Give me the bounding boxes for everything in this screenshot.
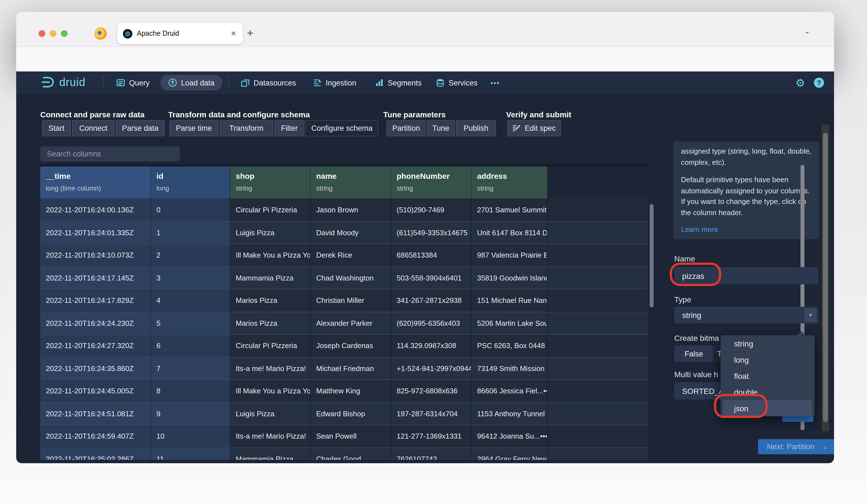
step-group-title: Connect and parse raw data	[40, 110, 144, 119]
next-partition-button[interactable]: Next: Partition →	[758, 439, 834, 454]
cell: 3	[151, 267, 230, 289]
step-button-parse-data[interactable]: Parse data	[116, 120, 165, 136]
column-header-shop[interactable]: shopstring	[230, 167, 311, 199]
cell: 2022-11-20T16:24:35.860Z	[40, 357, 151, 379]
cell: (611)549-3353x14675	[391, 222, 471, 244]
table-row: 2022-11-20T16:24:24.230Z5Marios PizzaAle…	[40, 311, 648, 334]
cell: Circular Pi Pizzeria	[230, 335, 311, 357]
type-select[interactable]: string ▼	[674, 307, 818, 323]
cell: 35819 Goodwin Islands	[471, 267, 547, 289]
cell: 8	[151, 380, 230, 402]
cell: 2022-11-20T16:24:01.335Z	[40, 222, 151, 244]
table-row: 2022-11-20T16:24:01.335Z1Luigis PizzaDav…	[40, 221, 648, 244]
cell: Circular Pi Pizzeria	[230, 199, 311, 221]
tab-title: Apache Druid	[137, 30, 229, 37]
cell: 2022-11-20T16:24:17.145Z	[40, 267, 151, 289]
nav-item-query[interactable]: Query	[116, 72, 150, 94]
cell: 114.329.0987x308	[391, 335, 471, 357]
search-input[interactable]	[40, 147, 180, 161]
dropdown-option-float[interactable]: float	[721, 368, 814, 384]
column-header-phoneNumber[interactable]: phoneNumberstring	[391, 167, 471, 199]
cell: +1-524-941-2997x0944	[391, 357, 471, 379]
step-button-transform[interactable]: Transform	[220, 120, 273, 136]
cell: Alexander Parker	[311, 312, 391, 334]
druid-logo[interactable]: druid	[41, 75, 85, 89]
info-text: If you want to change the type, click on	[681, 196, 811, 207]
dropdown-option-long[interactable]: long	[721, 352, 814, 368]
tab-close-icon[interactable]: ✕	[229, 30, 237, 37]
cell-empty	[547, 312, 648, 334]
cell-empty	[547, 448, 648, 460]
traffic-light-close[interactable]	[39, 30, 45, 37]
gear-icon[interactable]: ⚙	[795, 72, 805, 94]
cell: Christian Miller	[311, 289, 391, 311]
cell: 2701 Samuel Summit Su	[471, 199, 547, 221]
cell-empty	[547, 403, 648, 425]
nav-item-services[interactable]: Services	[436, 72, 478, 94]
multi-value-select[interactable]: SORTED_A	[674, 382, 721, 399]
table-row-partial: 2022-11-20T16:25:02.286Z11Mammamia Pizza…	[40, 447, 648, 460]
window-scrollbar[interactable]	[822, 125, 829, 431]
table-scrollbar[interactable]	[650, 204, 654, 307]
table-row: 2022-11-20T16:24:17.145Z3Mammamia PizzaC…	[40, 266, 648, 289]
step-button-configure-schema[interactable]: Configure schema	[306, 120, 378, 136]
chevron-down-icon[interactable]: ⌄	[804, 26, 810, 35]
column-header-name[interactable]: namestring	[311, 167, 391, 199]
chevron-down-icon[interactable]: ▼	[804, 309, 817, 322]
cell: 6865813384	[391, 244, 471, 266]
cell: PSC 6263, Box 0448 APO	[471, 335, 547, 357]
column-header-time[interactable]: __timelong (time column)	[40, 167, 151, 199]
info-card: assigned type (string, long, float, doub…	[673, 141, 819, 239]
cell: Mammamia Pizza	[230, 267, 311, 289]
column-header-address[interactable]: addressstring	[471, 167, 547, 199]
nav-item-ingestion[interactable]: Ingestion	[313, 72, 356, 94]
step-button-parse-time[interactable]: Parse time	[169, 120, 218, 136]
cell: Marios Pizza	[230, 312, 311, 334]
cell: (510)290-7469	[391, 199, 471, 221]
step-button-tune[interactable]: Tune	[427, 120, 455, 136]
cell: 7	[151, 357, 230, 379]
annotation-circle-json-option	[714, 394, 768, 418]
cell: 10	[151, 425, 230, 447]
new-tab-button[interactable]: +	[247, 27, 253, 40]
apply-button-partial[interactable]	[782, 416, 813, 422]
browser-tab[interactable]: Apache Druid ✕	[117, 23, 243, 44]
cell: 2022-11-20T16:24:59.407Z	[40, 425, 151, 447]
step-button-filter[interactable]: Filter	[274, 120, 304, 136]
bitmap-false-button[interactable]: False	[674, 345, 713, 362]
nav-item-load-data[interactable]: Load data	[160, 75, 222, 90]
cell: 2022-11-20T16:25:02.286Z	[40, 448, 151, 460]
cell: 1	[151, 222, 230, 244]
cell: 2022-11-20T16:24:10.073Z	[40, 244, 151, 266]
step-button-publish[interactable]: Publish	[456, 120, 496, 136]
cell: Ill Make You a Pizza You	[230, 244, 311, 266]
step-button-start[interactable]: Start	[42, 120, 71, 136]
step-button-partition[interactable]: Partition	[387, 120, 426, 136]
cell: 151 Michael Rue Nancy	[471, 289, 547, 311]
table-row: 2022-11-20T16:24:10.073Z2Ill Make You a …	[40, 244, 648, 266]
cell: 2022-11-20T16:24:51.081Z	[40, 403, 151, 425]
tab-bar: Apache Druid ✕ + ⌄	[16, 12, 834, 46]
cell: 121-277-1369x1331	[391, 425, 471, 447]
query-icon	[116, 78, 125, 87]
table-row: 2022-11-20T16:24:35.860Z7Its-a me! Mario…	[40, 357, 648, 379]
info-text: assigned type (string, long, float, doub…	[681, 146, 811, 157]
step-button-edit-spec[interactable]: Edit spec	[507, 120, 561, 136]
help-icon[interactable]: ?	[814, 78, 824, 88]
window-scrollbar-thumb[interactable]	[823, 133, 828, 422]
cell: Michael Friedman	[311, 357, 391, 379]
traffic-light-minimize[interactable]	[50, 30, 56, 37]
nav-divider	[228, 77, 229, 89]
traffic-light-zoom[interactable]	[61, 30, 67, 37]
nav-item-datasources[interactable]: Datasources	[241, 72, 296, 94]
step-button-connect[interactable]: Connect	[72, 120, 115, 136]
cell: Chad Washington	[311, 267, 391, 289]
cell: 503-558-3904x6401	[391, 267, 471, 289]
cell: Unit 6147 Box 8114 DPO	[471, 222, 547, 244]
step-group-title: Transform data and configure schema	[168, 110, 310, 119]
nav-more-icon[interactable]: •••	[491, 72, 500, 94]
nav-item-segments[interactable]: Segments	[375, 72, 422, 94]
learn-more-link[interactable]: Learn more	[681, 225, 811, 234]
column-header-id[interactable]: idlong	[151, 167, 230, 199]
app-nav-bar: druid Query Load data Datasources Ingest…	[16, 72, 834, 94]
